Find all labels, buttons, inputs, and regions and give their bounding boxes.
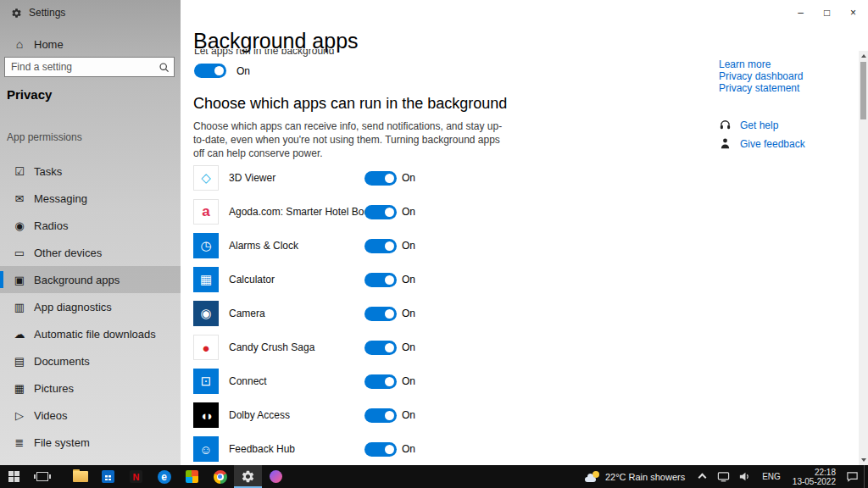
- toggle-state-label: On: [402, 443, 415, 455]
- hidden-icons-chevron[interactable]: [698, 474, 707, 482]
- sidebar-item-documents[interactable]: ▤Documents: [0, 347, 181, 374]
- app-name: Dolby Access: [229, 409, 290, 421]
- chrome-icon: [214, 470, 227, 484]
- pinned-app-button[interactable]: [262, 465, 290, 488]
- app-toggle[interactable]: [364, 239, 397, 253]
- search-input[interactable]: [5, 58, 154, 76]
- link-privacy-statement[interactable]: Privacy statement: [719, 83, 803, 94]
- sidebar-item-tasks[interactable]: ☑Tasks: [0, 158, 181, 185]
- ethernet-icon[interactable]: [717, 470, 730, 483]
- app-toggle[interactable]: [364, 205, 397, 219]
- weather-widget[interactable]: 22°C Rain showers: [578, 465, 692, 488]
- section-title: Privacy: [7, 87, 52, 102]
- app-toggle[interactable]: [364, 273, 397, 287]
- app-name: Candy Crush Saga: [229, 341, 314, 353]
- task-view-button[interactable]: [28, 465, 56, 488]
- agoda-com-smarter-hotel-booking-icon: a: [193, 199, 219, 225]
- give-feedback-label: Give feedback: [740, 138, 805, 150]
- app-name: Camera: [229, 308, 265, 319]
- app-list: ◇3D ViewerOnaAgoda.com: Smarter Hotel Bo…: [193, 161, 448, 465]
- sidebar-item-other-devices[interactable]: ▭Other devices: [0, 239, 181, 266]
- app-row-dolby-access: ◖◗Dolby AccessOn: [193, 398, 448, 432]
- language-indicator[interactable]: ENG: [762, 472, 781, 481]
- app-toggle[interactable]: [364, 307, 397, 321]
- sidebar-item-videos[interactable]: ▷Videos: [0, 402, 181, 429]
- chrome-button[interactable]: [206, 465, 234, 488]
- window-controls: – □ ×: [787, 0, 866, 25]
- app-toggle[interactable]: [364, 442, 397, 457]
- sidebar-item-home[interactable]: ⌂ Home: [0, 32, 181, 56]
- get-help-link[interactable]: Get help: [719, 119, 778, 131]
- settings-taskbar-button[interactable]: [234, 465, 262, 488]
- app-name: Alarms & Clock: [229, 240, 298, 252]
- microsoft-store-button[interactable]: [94, 465, 122, 488]
- app-toggle[interactable]: [364, 374, 397, 389]
- clock[interactable]: 22:18 13-05-2022: [793, 468, 836, 486]
- sidebar-item-label: Automatic file downloads: [34, 328, 156, 341]
- app-toggle[interactable]: [364, 341, 397, 355]
- app-row-3d-viewer: ◇3D ViewerOn: [193, 161, 448, 195]
- selected-indicator: [0, 325, 3, 342]
- toggle-state-label: On: [402, 308, 415, 319]
- edge-button[interactable]: e: [150, 465, 178, 488]
- link-privacy-dashboard[interactable]: Privacy dashboard: [719, 71, 803, 82]
- netflix-button[interactable]: N: [122, 465, 150, 488]
- messaging-icon: ✉: [11, 192, 28, 205]
- file-system-icon: ≣: [11, 436, 28, 449]
- scroll-thumb[interactable]: [860, 62, 866, 119]
- toggle-knob: [385, 208, 394, 217]
- app-toggle[interactable]: [364, 408, 397, 423]
- master-toggle-state: On: [236, 65, 250, 77]
- close-button[interactable]: ×: [840, 0, 866, 25]
- settings-sidebar: Settings ⌂ Home Privacy App permissions …: [0, 0, 181, 465]
- 3d-viewer-icon: ◇: [193, 165, 219, 191]
- section-heading: Choose which apps can run in the backgro…: [193, 95, 507, 113]
- photos-button[interactable]: [178, 465, 206, 488]
- minimize-button[interactable]: –: [787, 0, 814, 25]
- sidebar-item-radios[interactable]: ◉Radios: [0, 212, 181, 239]
- sidebar-item-background-apps[interactable]: ▣Background apps: [0, 266, 181, 293]
- sidebar-item-label: Tasks: [34, 165, 62, 178]
- clock-time: 22:18: [815, 468, 836, 477]
- speaker-icon[interactable]: [738, 470, 751, 483]
- scroll-up-arrow[interactable]: [859, 51, 868, 61]
- clipped-setting-label: Let apps run in the background: [194, 49, 415, 57]
- give-feedback-link[interactable]: Give feedback: [719, 137, 805, 150]
- toggle-state-label: On: [402, 172, 415, 184]
- microsoft-store-icon: [102, 470, 114, 483]
- toggle-state-label: On: [402, 409, 415, 421]
- selected-indicator: [0, 163, 3, 180]
- scroll-down-arrow[interactable]: [859, 455, 868, 465]
- show-desktop-button[interactable]: [864, 465, 868, 488]
- sidebar-item-file-system[interactable]: ≣File system: [0, 429, 181, 456]
- sidebar-nav: ☑Tasks✉Messaging◉Radios▭Other devices▣Ba…: [0, 158, 181, 456]
- start-button[interactable]: [0, 465, 28, 488]
- toggle-knob: [385, 343, 394, 352]
- file-explorer-button[interactable]: [66, 465, 94, 488]
- netflix-icon: N: [130, 470, 142, 483]
- app-name: 3D Viewer: [229, 172, 275, 184]
- feedback-hub-icon: ☺: [193, 436, 219, 462]
- link-learn-more[interactable]: Learn more: [719, 59, 803, 70]
- scrollbar[interactable]: [859, 51, 868, 465]
- group-title: App permissions: [7, 131, 82, 143]
- camera-icon: ◉: [193, 301, 219, 326]
- toggle-knob: [385, 275, 394, 285]
- toggle-knob: [385, 174, 394, 183]
- sidebar-item-app-diagnostics[interactable]: ▥App diagnostics: [0, 293, 181, 320]
- file-downloads-icon: ☁: [11, 328, 28, 341]
- sidebar-item-label: Pictures: [34, 382, 74, 395]
- sidebar-item-messaging[interactable]: ✉Messaging: [0, 185, 181, 212]
- toggle-state-label: On: [402, 274, 415, 286]
- app-toggle[interactable]: [364, 171, 397, 186]
- sidebar-item-pictures[interactable]: ▦Pictures: [0, 374, 181, 402]
- toggle-state-label: On: [402, 240, 415, 252]
- search-icon[interactable]: [159, 62, 170, 73]
- let-apps-run-toggle[interactable]: [194, 64, 226, 78]
- sidebar-item-automatic-file-downloads[interactable]: ☁Automatic file downloads: [0, 320, 181, 347]
- sidebar-item-label: Background apps: [34, 274, 120, 286]
- maximize-button[interactable]: □: [814, 0, 840, 25]
- pictures-icon: ▦: [11, 382, 28, 395]
- selected-indicator: [0, 217, 3, 234]
- action-center-icon[interactable]: [846, 470, 859, 483]
